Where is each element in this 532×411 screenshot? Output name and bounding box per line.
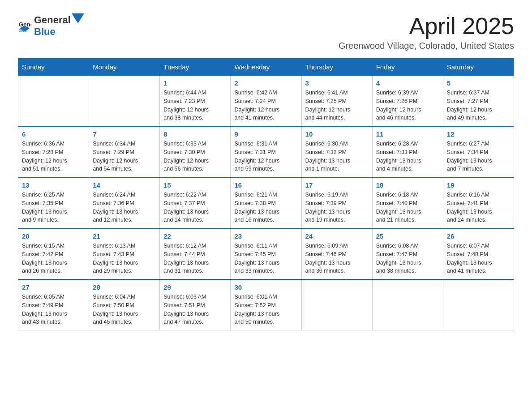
logo-general-text: General	[34, 14, 71, 26]
day-info: Sunrise: 6:42 AM Sunset: 7:24 PM Dayligh…	[234, 89, 297, 122]
calendar-cell: 7Sunrise: 6:34 AM Sunset: 7:29 PM Daylig…	[89, 126, 160, 177]
day-number: 22	[163, 232, 227, 240]
day-number: 19	[447, 181, 510, 189]
calendar-week-row: 13Sunrise: 6:25 AM Sunset: 7:35 PM Dayli…	[18, 177, 514, 228]
calendar-cell: 13Sunrise: 6:25 AM Sunset: 7:35 PM Dayli…	[18, 177, 89, 228]
day-info: Sunrise: 6:39 AM Sunset: 7:26 PM Dayligh…	[376, 89, 439, 122]
calendar-cell	[89, 76, 160, 127]
day-info: Sunrise: 6:01 AM Sunset: 7:52 PM Dayligh…	[234, 293, 297, 326]
day-number: 28	[93, 283, 156, 291]
calendar-cell: 29Sunrise: 6:03 AM Sunset: 7:51 PM Dayli…	[160, 279, 231, 330]
calendar-cell: 3Sunrise: 6:41 AM Sunset: 7:25 PM Daylig…	[301, 76, 372, 127]
calendar-cell: 25Sunrise: 6:08 AM Sunset: 7:47 PM Dayli…	[372, 228, 443, 279]
day-number: 10	[305, 130, 369, 138]
logo-blue-text: Blue	[34, 26, 56, 37]
day-info: Sunrise: 6:13 AM Sunset: 7:43 PM Dayligh…	[93, 242, 156, 275]
day-number: 26	[447, 232, 510, 240]
calendar-cell: 22Sunrise: 6:12 AM Sunset: 7:44 PM Dayli…	[160, 228, 231, 279]
location-title: Greenwood Village, Colorado, United Stat…	[339, 41, 514, 51]
day-number: 17	[305, 181, 369, 189]
calendar-cell: 14Sunrise: 6:24 AM Sunset: 7:36 PM Dayli…	[89, 177, 160, 228]
day-info: Sunrise: 6:12 AM Sunset: 7:44 PM Dayligh…	[163, 242, 227, 275]
day-info: Sunrise: 6:19 AM Sunset: 7:39 PM Dayligh…	[305, 191, 369, 224]
calendar-cell: 9Sunrise: 6:31 AM Sunset: 7:31 PM Daylig…	[231, 126, 301, 177]
calendar-cell: 4Sunrise: 6:39 AM Sunset: 7:26 PM Daylig…	[372, 76, 443, 127]
title-block: April 2025 Greenwood Village, Colorado, …	[339, 13, 514, 51]
day-number: 25	[376, 232, 439, 240]
logo: General Blue General Blue	[18, 13, 85, 38]
calendar-cell: 2Sunrise: 6:42 AM Sunset: 7:24 PM Daylig…	[231, 76, 301, 127]
calendar-cell: 16Sunrise: 6:21 AM Sunset: 7:38 PM Dayli…	[231, 177, 301, 228]
calendar-header-tuesday: Tuesday	[160, 59, 231, 76]
day-number: 2	[234, 79, 297, 87]
day-number: 1	[163, 79, 227, 87]
calendar-header-friday: Friday	[372, 59, 443, 76]
day-number: 14	[93, 181, 156, 189]
calendar-cell: 28Sunrise: 6:04 AM Sunset: 7:50 PM Dayli…	[89, 279, 160, 330]
calendar-cell: 20Sunrise: 6:15 AM Sunset: 7:42 PM Dayli…	[18, 228, 89, 279]
day-info: Sunrise: 6:22 AM Sunset: 7:37 PM Dayligh…	[163, 191, 227, 224]
day-info: Sunrise: 6:41 AM Sunset: 7:25 PM Dayligh…	[305, 89, 369, 122]
calendar-cell: 8Sunrise: 6:33 AM Sunset: 7:30 PM Daylig…	[160, 126, 231, 177]
day-info: Sunrise: 6:09 AM Sunset: 7:46 PM Dayligh…	[305, 242, 369, 275]
day-number: 5	[447, 79, 510, 87]
day-info: Sunrise: 6:11 AM Sunset: 7:45 PM Dayligh…	[234, 242, 297, 275]
day-info: Sunrise: 6:37 AM Sunset: 7:27 PM Dayligh…	[447, 89, 510, 122]
day-info: Sunrise: 6:31 AM Sunset: 7:31 PM Dayligh…	[234, 140, 297, 173]
day-info: Sunrise: 6:15 AM Sunset: 7:42 PM Dayligh…	[22, 242, 85, 275]
day-number: 4	[376, 79, 439, 87]
day-number: 21	[93, 232, 156, 240]
day-info: Sunrise: 6:30 AM Sunset: 7:32 PM Dayligh…	[305, 140, 369, 173]
day-number: 8	[163, 130, 227, 138]
calendar-cell: 23Sunrise: 6:11 AM Sunset: 7:45 PM Dayli…	[231, 228, 301, 279]
calendar-header-row: SundayMondayTuesdayWednesdayThursdayFrid…	[18, 59, 514, 76]
calendar-header-thursday: Thursday	[301, 59, 372, 76]
calendar-week-row: 6Sunrise: 6:36 AM Sunset: 7:28 PM Daylig…	[18, 126, 514, 177]
calendar-cell	[301, 279, 372, 330]
calendar-cell: 27Sunrise: 6:05 AM Sunset: 7:49 PM Dayli…	[18, 279, 89, 330]
day-info: Sunrise: 6:07 AM Sunset: 7:48 PM Dayligh…	[447, 242, 510, 275]
svg-text:Blue: Blue	[19, 28, 27, 33]
calendar-header-monday: Monday	[89, 59, 160, 76]
day-info: Sunrise: 6:25 AM Sunset: 7:35 PM Dayligh…	[22, 191, 85, 224]
day-number: 23	[234, 232, 297, 240]
calendar-cell: 1Sunrise: 6:44 AM Sunset: 7:23 PM Daylig…	[160, 76, 231, 127]
calendar-cell: 12Sunrise: 6:27 AM Sunset: 7:34 PM Dayli…	[443, 126, 514, 177]
day-info: Sunrise: 6:08 AM Sunset: 7:47 PM Dayligh…	[376, 242, 439, 275]
day-info: Sunrise: 6:24 AM Sunset: 7:36 PM Dayligh…	[93, 191, 156, 224]
calendar-cell	[372, 279, 443, 330]
calendar-cell: 26Sunrise: 6:07 AM Sunset: 7:48 PM Dayli…	[443, 228, 514, 279]
day-number: 30	[234, 283, 297, 291]
day-info: Sunrise: 6:44 AM Sunset: 7:23 PM Dayligh…	[163, 89, 227, 122]
calendar-cell: 15Sunrise: 6:22 AM Sunset: 7:37 PM Dayli…	[160, 177, 231, 228]
day-info: Sunrise: 6:36 AM Sunset: 7:28 PM Dayligh…	[22, 140, 85, 173]
calendar-cell	[443, 279, 514, 330]
day-info: Sunrise: 6:33 AM Sunset: 7:30 PM Dayligh…	[163, 140, 227, 173]
day-number: 27	[22, 283, 85, 291]
day-info: Sunrise: 6:16 AM Sunset: 7:41 PM Dayligh…	[447, 191, 510, 224]
day-number: 29	[163, 283, 227, 291]
day-info: Sunrise: 6:04 AM Sunset: 7:50 PM Dayligh…	[93, 293, 156, 326]
month-title: April 2025	[339, 13, 514, 39]
calendar-table: SundayMondayTuesdayWednesdayThursdayFrid…	[18, 58, 514, 330]
logo-icon: General Blue	[18, 19, 31, 32]
logo-triangle-icon	[72, 13, 84, 23]
calendar-cell: 11Sunrise: 6:28 AM Sunset: 7:33 PM Dayli…	[372, 126, 443, 177]
calendar-header-wednesday: Wednesday	[231, 59, 301, 76]
calendar-cell: 17Sunrise: 6:19 AM Sunset: 7:39 PM Dayli…	[301, 177, 372, 228]
calendar-cell: 5Sunrise: 6:37 AM Sunset: 7:27 PM Daylig…	[443, 76, 514, 127]
day-number: 18	[376, 181, 439, 189]
day-info: Sunrise: 6:27 AM Sunset: 7:34 PM Dayligh…	[447, 140, 510, 173]
calendar-cell: 10Sunrise: 6:30 AM Sunset: 7:32 PM Dayli…	[301, 126, 372, 177]
day-info: Sunrise: 6:21 AM Sunset: 7:38 PM Dayligh…	[234, 191, 297, 224]
day-number: 13	[22, 181, 85, 189]
page-header: General Blue General Blue April 2025 Gre…	[18, 13, 514, 51]
calendar-cell: 19Sunrise: 6:16 AM Sunset: 7:41 PM Dayli…	[443, 177, 514, 228]
calendar-cell: 6Sunrise: 6:36 AM Sunset: 7:28 PM Daylig…	[18, 126, 89, 177]
day-number: 9	[234, 130, 297, 138]
calendar-cell	[18, 76, 89, 127]
day-number: 16	[234, 181, 297, 189]
day-info: Sunrise: 6:05 AM Sunset: 7:49 PM Dayligh…	[22, 293, 85, 326]
day-info: Sunrise: 6:34 AM Sunset: 7:29 PM Dayligh…	[93, 140, 156, 173]
day-number: 3	[305, 79, 369, 87]
